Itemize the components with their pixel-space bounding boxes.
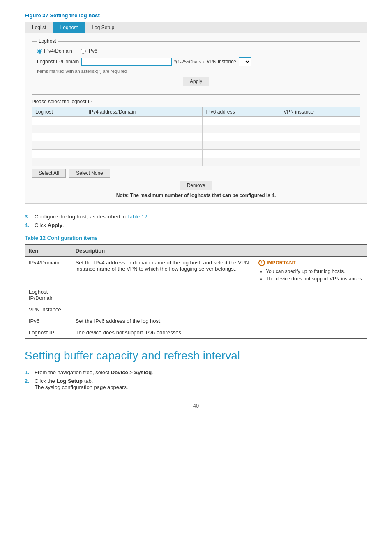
section-heading: Setting buffer capacity and refresh inte… <box>25 349 367 363</box>
table-row <box>32 125 360 133</box>
important-list: You can specify up to four log hosts. Th… <box>258 269 363 282</box>
section-steps: 1. From the navigation tree, select Devi… <box>25 369 367 390</box>
select-loghost-label: Please select the loghost IP <box>32 99 360 104</box>
important-box: ! IMPORTANT: You can specify up to four … <box>258 260 363 283</box>
loghost-ip-field-row: Loghost IP/Domain *(1-255Chars.) VPN ins… <box>37 57 355 66</box>
steps-list: 3. Configure the log host, as described … <box>25 213 367 228</box>
important-item-1: You can specify up to four log hosts. <box>266 269 363 274</box>
loghost-ip-input[interactable] <box>81 58 172 66</box>
desc-vpn-instance <box>71 304 367 315</box>
vpn-instance-label: VPN instance <box>206 59 236 65</box>
loghost-hint: *(1-255Chars.) <box>174 59 204 64</box>
col-item: Item <box>25 245 71 257</box>
radio-group: IPv4/Domain IPv6 <box>37 48 355 54</box>
config-table-header: Item Description <box>25 245 367 257</box>
remove-row: Remove <box>32 181 360 190</box>
item-loghost-ip-domain: Loghost IP/Domain <box>25 286 71 304</box>
apply-button[interactable]: Apply <box>183 77 209 86</box>
page-number: 40 <box>25 403 367 409</box>
select-all-button[interactable]: Select All <box>32 169 66 178</box>
step-4-text: Click Apply. <box>35 222 64 228</box>
radio-ipv4-label[interactable]: IPv4/Domain <box>37 48 72 54</box>
remove-button[interactable]: Remove <box>180 181 212 190</box>
required-note: Items marked with an asterisk(*) are req… <box>37 69 355 74</box>
col-vpn: VPN instance <box>280 107 360 117</box>
item-vpn-instance: VPN instance <box>25 304 71 315</box>
step-3: 3. Configure the log host, as described … <box>25 213 367 220</box>
loghost-legend: Loghost <box>37 38 58 44</box>
table-row <box>32 158 360 166</box>
item-ipv4domain: IPv4/Domain <box>25 257 71 286</box>
table-row <box>32 141 360 150</box>
figure-caption: Figure 37 Setting the log host <box>25 12 367 19</box>
col-loghost: Loghost <box>32 107 85 117</box>
col-ipv6: IPv6 address <box>203 107 280 117</box>
config-table-12: Item Description IPv4/Domain Set the IPv… <box>25 244 367 339</box>
step-4: 4. Click Apply. <box>25 222 367 228</box>
section-step-2-text: Click the Log Setup tab. The syslog conf… <box>35 378 128 390</box>
radio-ipv6-label[interactable]: IPv6 <box>81 48 97 54</box>
section-step-1: 1. From the navigation tree, select Devi… <box>25 369 367 375</box>
config-row-1: IPv4/Domain Set the IPv4 address or doma… <box>25 257 367 286</box>
section-step-1-num: 1. <box>25 369 31 375</box>
table-header-row: Loghost IPv4 address/Domain IPv6 address… <box>32 107 360 117</box>
config-table-footer <box>25 338 367 339</box>
col-ipv4: IPv4 address/Domain <box>85 107 203 117</box>
section-step-2-num: 2. <box>25 378 31 390</box>
step-3-text: Configure the log host, as described in … <box>35 213 149 220</box>
important-header: ! IMPORTANT: <box>258 260 363 266</box>
tab-log-setup[interactable]: Log Setup <box>85 22 121 33</box>
item-loghost-ip: Loghost IP <box>25 327 71 339</box>
desc-loghost-ip: The device does not support IPv6 address… <box>71 327 367 339</box>
config-row-2: Loghost IP/Domain <box>25 286 367 304</box>
config-row-3: VPN instance <box>25 304 367 315</box>
ui-panel: Loglist Loghost Log Setup Loghost IPv4/D… <box>25 22 367 204</box>
radio-ipv4[interactable] <box>37 49 42 54</box>
table-row <box>32 117 360 125</box>
loghost-list-table: Loghost IPv4 address/Domain IPv6 address… <box>32 107 360 166</box>
config-row-5: Loghost IP The device does not support I… <box>25 327 367 339</box>
table-12-link[interactable]: Table 12 <box>127 213 147 220</box>
radio-ipv6[interactable] <box>81 49 86 54</box>
select-none-button[interactable]: Select None <box>69 169 110 178</box>
desc-loghost-ip-domain <box>71 286 367 304</box>
vpn-instance-select[interactable] <box>239 57 251 66</box>
section-step-2: 2. Click the Log Setup tab. The syslog c… <box>25 378 367 390</box>
select-buttons-row: Select All Select None <box>32 169 360 178</box>
table-row <box>32 133 360 141</box>
desc-ipv4domain: Set the IPv4 address or domain name of t… <box>71 257 367 286</box>
step-3-num: 3. <box>25 213 31 220</box>
panel-content: Loghost IPv4/Domain IPv6 Loghost IP/Doma… <box>25 33 367 203</box>
tab-loghost[interactable]: Loghost <box>53 22 85 33</box>
desc-ipv6: Set the IPv6 address of the log host. <box>71 315 367 327</box>
section-step-1-text: From the navigation tree, select Device … <box>35 369 153 375</box>
loghost-note: Note: The maximum number of loghosts tha… <box>32 192 360 198</box>
important-item-2: The device does not support VPN instance… <box>266 276 363 282</box>
table-12-title: Table 12 Configuration items <box>25 235 367 241</box>
step-4-num: 4. <box>25 222 31 228</box>
important-icon: ! <box>258 260 265 266</box>
table-row <box>32 150 360 158</box>
apply-row: Apply <box>37 77 355 86</box>
item-ipv6: IPv6 <box>25 315 71 327</box>
col-description: Description <box>71 245 367 257</box>
figure-37: Figure 37 Setting the log host Loglist L… <box>25 12 367 204</box>
loghost-fieldset: Loghost IPv4/Domain IPv6 Loghost IP/Doma… <box>32 38 360 95</box>
loghost-ip-label: Loghost IP/Domain <box>37 59 79 65</box>
config-row-4: IPv6 Set the IPv6 address of the log hos… <box>25 315 367 327</box>
tab-bar: Loglist Loghost Log Setup <box>25 22 367 33</box>
tab-loglist[interactable]: Loglist <box>25 22 53 33</box>
